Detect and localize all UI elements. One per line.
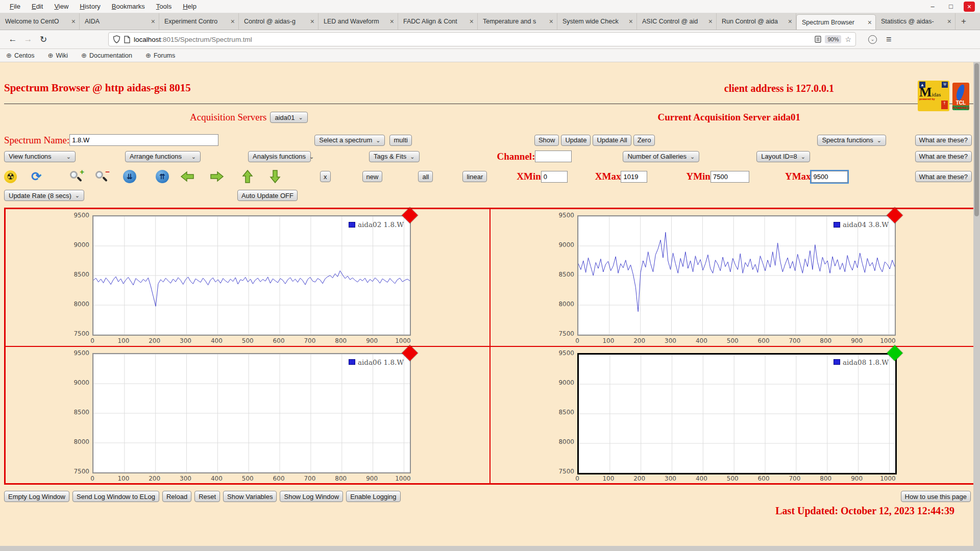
show-button[interactable]: Show (534, 135, 559, 146)
tab-close-icon[interactable]: × (388, 17, 394, 26)
page-info-icon[interactable] (124, 36, 130, 43)
tab-close-icon[interactable]: × (229, 17, 235, 26)
multi-button[interactable]: multi (389, 135, 411, 146)
menu-help[interactable]: Help (177, 0, 202, 13)
select-spectrum-dropdown[interactable]: Select a spectrum⌄ (314, 135, 385, 146)
show-variables-button[interactable]: Show Variables (223, 491, 277, 502)
send-log-window-to-elog-button[interactable]: Send Log Window to ELog (72, 491, 159, 502)
shield-icon[interactable] (113, 35, 120, 43)
tab-fadc-align-cont[interactable]: FADC Align & Cont× (398, 13, 478, 30)
tab-aida[interactable]: AIDA× (80, 13, 159, 30)
menu-bookmarks[interactable]: Bookmarks (106, 0, 151, 13)
empty-log-window-button[interactable]: Empty Log Window (4, 491, 69, 502)
bookmark-documentation[interactable]: ⊕Documentation (81, 52, 132, 59)
refresh-icon[interactable]: ⟳ (31, 170, 41, 183)
how-to-use-button[interactable]: How to use this page (901, 491, 971, 502)
tab-run-control-aida[interactable]: Run Control @ aida× (717, 13, 796, 30)
zoom-in-icon[interactable]: + (69, 169, 84, 184)
spectrum-plot[interactable] (577, 215, 896, 336)
new-button[interactable]: new (362, 171, 383, 182)
update-rate-dropdown[interactable]: Update Rate (8 secs)⌄ (4, 190, 84, 201)
zoom-out-icon[interactable]: − (94, 169, 110, 184)
spectrum-plot[interactable] (577, 353, 897, 474)
tab-spectrum-browser[interactable]: Spectrum Browser× (796, 14, 876, 30)
bookmark-star-icon[interactable]: ☆ (845, 35, 851, 43)
xmax-input[interactable] (621, 171, 647, 183)
ymax-input[interactable] (811, 171, 848, 183)
menu-history[interactable]: History (74, 0, 106, 13)
update-button[interactable]: Update (561, 135, 591, 146)
zoom-level-badge[interactable]: 90% (825, 35, 841, 43)
arrow-left-icon[interactable] (180, 170, 194, 183)
maximize-button[interactable]: □ (945, 2, 957, 12)
minimize-button[interactable]: – (927, 2, 938, 12)
tab-close-icon[interactable]: × (786, 17, 792, 26)
show-log-window-button[interactable]: Show Log Window (280, 491, 343, 502)
tab-close-icon[interactable]: × (866, 18, 872, 27)
menu-tools[interactable]: Tools (151, 0, 177, 13)
scroll-down-icon[interactable]: ⇊ (123, 170, 136, 183)
arrange-functions-dropdown[interactable]: Arrange functions⌄ (125, 151, 201, 162)
new-tab-button[interactable]: + (955, 13, 972, 30)
tab-close-icon[interactable]: × (468, 17, 474, 26)
all-button[interactable]: all (418, 171, 433, 182)
menu-view[interactable]: View (48, 0, 74, 13)
tags-fits-dropdown[interactable]: Tags & Fits⌄ (369, 151, 420, 162)
bookmark-forums[interactable]: ⊕Forums (145, 52, 175, 59)
zero-spectrum-icon[interactable]: ☢ (4, 170, 17, 183)
spectrum-plot[interactable] (92, 215, 411, 336)
arrow-up-icon[interactable] (241, 169, 254, 184)
tab-close-icon[interactable]: × (945, 17, 951, 26)
layout-id-dropdown[interactable]: Layout ID=8⌄ (756, 151, 810, 162)
linear-button[interactable]: linear (462, 171, 487, 182)
scrollbar-thumb[interactable] (974, 63, 979, 216)
x-scale-button[interactable]: x (320, 171, 331, 182)
tab-close-icon[interactable]: × (69, 17, 76, 26)
spectrum-plot[interactable] (92, 353, 411, 473)
reload-button[interactable]: ↻ (36, 34, 51, 45)
tab-control-aidas-g[interactable]: Control @ aidas-g× (239, 13, 318, 30)
auto-update-button[interactable]: Auto Update OFF (237, 190, 298, 201)
url-text[interactable]: localhost:8015/Spectrum/Spectrum.tml (134, 36, 811, 43)
view-functions-dropdown[interactable]: View functions⌄ (4, 151, 76, 162)
zero-button[interactable]: Zero (633, 135, 655, 146)
menu-edit[interactable]: Edit (26, 0, 48, 13)
tab-close-icon[interactable]: × (706, 17, 713, 26)
bookmark-wiki[interactable]: ⊕Wiki (48, 52, 68, 59)
url-bar[interactable]: localhost:8015/Spectrum/Spectrum.tml 90%… (108, 32, 856, 46)
scroll-up-icon[interactable]: ⇈ (156, 170, 169, 183)
tab-asic-control-aid[interactable]: ASIC Control @ aid× (637, 13, 717, 30)
what-are-these-button-1[interactable]: What are these? (915, 135, 972, 146)
tab-close-icon[interactable]: × (149, 17, 155, 26)
update-all-button[interactable]: Update All (593, 135, 631, 146)
tab-temperature-and-s[interactable]: Temperature and s× (478, 13, 557, 30)
tab-experiment-contro[interactable]: Experiment Contro× (159, 13, 239, 30)
back-button[interactable]: ← (5, 34, 20, 44)
xmin-input[interactable] (541, 171, 568, 183)
bookmark-centos[interactable]: ⊕Centos (6, 52, 35, 59)
horizontal-scrollbar[interactable] (0, 546, 980, 551)
what-are-these-button-3[interactable]: What are these? (915, 171, 972, 182)
app-menu-icon[interactable]: ≡ (886, 34, 892, 45)
reset-button[interactable]: Reset (194, 491, 220, 502)
what-are-these-button-2[interactable]: What are these? (915, 151, 972, 162)
ymin-input[interactable] (710, 171, 749, 183)
arrow-down-icon[interactable] (269, 169, 281, 184)
tab-led-and-waveform[interactable]: LED and Waveform× (318, 13, 398, 30)
acquisition-server-dropdown[interactable]: aida01⌄ (270, 112, 307, 123)
forward-button[interactable]: → (20, 34, 36, 44)
tab-close-icon[interactable]: × (627, 17, 633, 26)
spectra-functions-dropdown[interactable]: Spectra functions⌄ (817, 135, 886, 146)
analysis-functions-dropdown[interactable]: Analysis functions⌄ (248, 151, 311, 162)
galleries-dropdown[interactable]: Number of Galleries⌄ (623, 151, 699, 162)
arrow-right-icon[interactable] (210, 170, 224, 183)
pocket-icon[interactable]: ⌄ (868, 35, 877, 44)
tab-welcome-to-cento[interactable]: Welcome to CentO× (0, 13, 80, 30)
reload-button[interactable]: Reload (162, 491, 191, 502)
channel-input[interactable] (535, 151, 572, 162)
spectrum-name-input[interactable] (69, 134, 218, 146)
tab-statistics-aidas-[interactable]: Statistics @ aidas-× (876, 13, 955, 30)
tab-close-icon[interactable]: × (308, 17, 314, 26)
menu-file[interactable]: File (4, 0, 26, 13)
tab-close-icon[interactable]: × (547, 17, 553, 26)
